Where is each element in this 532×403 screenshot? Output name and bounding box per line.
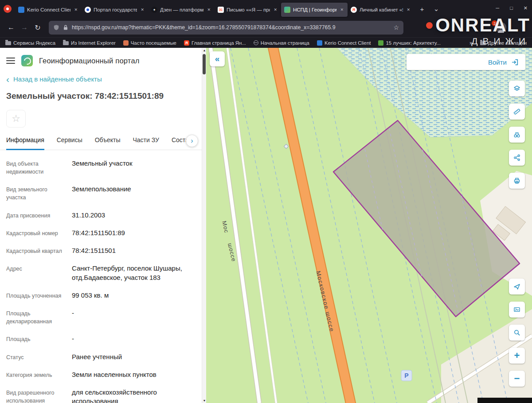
window-controls: ─ □ ✕ xyxy=(496,0,528,16)
map-container[interactable]: Мос шоссе Московское шоссе Р « Войти xyxy=(206,48,532,403)
print-button[interactable] xyxy=(509,173,525,189)
overview-map-button[interactable] xyxy=(509,302,525,318)
overview-icon xyxy=(513,306,521,314)
portal-logo-icon xyxy=(21,55,33,66)
yandex-icon xyxy=(184,40,189,46)
browser-logo-icon[interactable] xyxy=(4,5,12,13)
bookmark-item[interactable]: Сервисы Яндекса xyxy=(5,40,55,46)
field-row: Вид разрешенного использования для сельс… xyxy=(6,388,196,403)
tab-close-icon[interactable]: ✕ xyxy=(73,7,78,13)
bookmark-item[interactable]: Начальная страница xyxy=(254,40,309,46)
share-button[interactable] xyxy=(509,150,525,166)
menu-icon[interactable] xyxy=(6,58,15,64)
tab-close-icon[interactable]: ✕ xyxy=(406,7,411,13)
field-value: Землепользование xyxy=(72,185,131,202)
browser-tab-active[interactable]: НСПД | Геоинформа... ✕ xyxy=(281,3,348,17)
field-value: - xyxy=(72,309,74,326)
locate-button[interactable] xyxy=(509,279,525,294)
map-canvas[interactable]: Мос шоссе Московское шоссе Р xyxy=(206,48,532,403)
browser-tab-bar: Kerio Connect Client ✕ Портал государств… xyxy=(0,0,532,18)
login-bar[interactable]: Войти xyxy=(407,54,525,70)
user-icon xyxy=(497,25,505,33)
browser-tab[interactable]: Kerio Connect Client ✕ xyxy=(15,3,82,17)
folder-icon xyxy=(480,41,486,45)
maximize-button[interactable]: □ xyxy=(510,5,513,11)
favorite-button[interactable]: ☆ xyxy=(6,110,26,128)
zoom-in-button[interactable]: + xyxy=(509,348,525,364)
field-row: Кадастровый номер 78:42:1511501:89 xyxy=(6,229,196,237)
bookmark-item-other[interactable]: Другие закладки xyxy=(480,40,527,46)
close-button[interactable]: ✕ xyxy=(524,5,528,11)
browser-tab[interactable]: Дзен — платформа... ✕ xyxy=(148,3,215,17)
kerio-icon xyxy=(317,40,322,46)
browser-tab[interactable]: Личный кабинет «Я... ✕ xyxy=(348,3,414,17)
info-panel: Геоинформационный портал ‹ Назад в найде… xyxy=(0,48,202,403)
field-value: 78:42:1511501:89 xyxy=(72,229,125,237)
browser-tab[interactable]: Портал государстве... ✕ xyxy=(82,3,148,17)
attributes-list: Вид объекта недвижимости Земельный участ… xyxy=(0,150,202,403)
field-value: Земельный участок xyxy=(72,159,133,176)
login-label[interactable]: Войти xyxy=(488,58,507,66)
url-bar[interactable]: https://nspd.gov.ru/map?thematic=PKK&the… xyxy=(49,21,403,35)
bookmark-item[interactable]: Главная страница Ян... xyxy=(184,40,246,46)
magnifier-icon xyxy=(513,329,521,337)
reload-button[interactable]: ↻ xyxy=(31,21,44,34)
folder-icon xyxy=(63,41,69,45)
lock-icon[interactable] xyxy=(63,24,69,31)
tab-title: Письмо ««Я — про... xyxy=(227,7,270,12)
bookmark-star-icon[interactable]: ☆ xyxy=(393,24,399,31)
profile-avatar[interactable]: 2 xyxy=(496,22,506,33)
zoom-out-button[interactable]: − xyxy=(509,371,525,387)
application-window: Kerio Connect Client ✕ Портал государств… xyxy=(0,0,532,403)
page-title: Земельный участок: 78:42:1511501:89 xyxy=(0,83,202,101)
tab-close-icon[interactable]: ✕ xyxy=(140,7,145,13)
field-label: Площадь декларированная xyxy=(6,309,72,326)
measure-button[interactable] xyxy=(509,104,525,120)
field-label: Площадь xyxy=(6,334,72,343)
tab-close-icon[interactable]: ✕ xyxy=(206,7,211,13)
dzen-favicon-icon xyxy=(151,7,157,13)
scrollbar-thumb[interactable] xyxy=(203,54,206,74)
forward-button[interactable]: → xyxy=(18,21,31,34)
tracking-shield-icon[interactable] xyxy=(53,24,59,31)
field-row: Статус Ранее учтенный xyxy=(6,353,196,361)
tab-close-icon[interactable]: ✕ xyxy=(273,7,278,13)
tab-information[interactable]: Информация xyxy=(6,136,44,150)
tab-services[interactable]: Сервисы xyxy=(57,136,82,150)
tab-list-dropdown-button[interactable]: ⌄ xyxy=(430,3,442,15)
tab-parts[interactable]: Части ЗУ xyxy=(133,136,159,150)
search-object-button[interactable] xyxy=(509,325,525,341)
gosuslugi-favicon-icon xyxy=(85,7,91,13)
browser-tab[interactable]: Письмо ««Я — про... ✕ xyxy=(215,3,281,17)
field-label: Вид земельного участка xyxy=(6,185,72,202)
star-icon: ☆ xyxy=(12,113,20,124)
globe-icon xyxy=(254,40,258,45)
tab-close-icon[interactable]: ✕ xyxy=(339,7,344,13)
field-row: Вид объекта недвижимости Земельный участ… xyxy=(6,159,196,176)
yandex-id-favicon-icon xyxy=(351,7,357,13)
mail-favicon-icon xyxy=(218,7,224,13)
bookmark-item[interactable]: Из Internet Explorer xyxy=(63,40,116,46)
panel-scrollbar[interactable]: ▲ ▼ xyxy=(202,48,206,403)
notification-badge: 2 xyxy=(492,20,497,26)
search-area-button[interactable] xyxy=(509,127,525,143)
nspd-favicon-icon xyxy=(284,7,290,13)
bookmark-item[interactable]: Часто посещаемые xyxy=(123,40,176,46)
login-icon xyxy=(511,58,519,66)
tab-title: НСПД | Геоинформа... xyxy=(293,7,336,12)
url-text[interactable]: https://nspd.gov.ru/map?thematic=PKK&the… xyxy=(72,24,390,31)
back-button[interactable]: ← xyxy=(4,21,18,34)
bookmarks-overflow-chevron[interactable]: » xyxy=(469,40,473,46)
tabs-scroll-next-button[interactable]: › xyxy=(186,135,198,147)
layers-button[interactable] xyxy=(509,81,525,97)
collapse-panel-button[interactable]: « xyxy=(210,51,225,66)
map-attribution-strip xyxy=(477,398,532,403)
minimize-button[interactable]: ─ xyxy=(496,5,499,11)
tab-objects[interactable]: Объекты xyxy=(95,136,121,150)
bookmark-item[interactable]: 15 лучших: Архитекту... xyxy=(378,40,440,46)
bookmark-item[interactable]: Kerio Connect Client xyxy=(317,40,371,46)
field-label: Кадастровый номер xyxy=(6,229,72,237)
back-to-results-link[interactable]: ‹ Назад в найденные объекты xyxy=(0,66,202,83)
new-tab-button[interactable]: + xyxy=(416,3,428,15)
site-icon xyxy=(378,40,383,46)
